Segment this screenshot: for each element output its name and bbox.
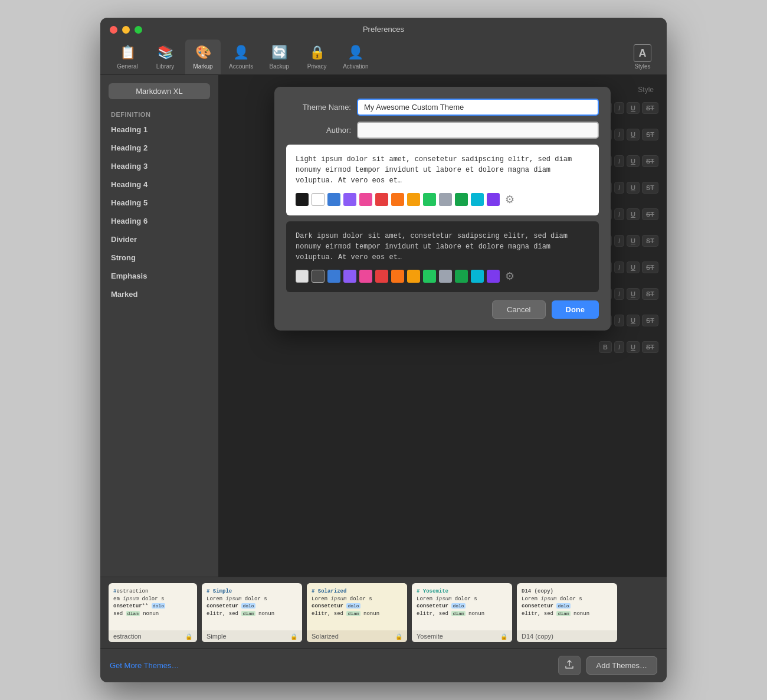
get-more-themes-link[interactable]: Get More Themes… <box>110 661 179 670</box>
backup-icon: 🔄 <box>270 43 289 62</box>
dark-color-swatch-12[interactable] <box>487 270 500 283</box>
dark-color-swatch-5[interactable] <box>375 270 388 283</box>
right-panel: Style B I U ST B I U ST B I U <box>218 75 667 577</box>
theme-name-field: Theme Name: <box>286 99 599 116</box>
dark-color-swatch-7[interactable] <box>407 270 420 283</box>
close-button[interactable] <box>110 26 117 34</box>
toolbar-item-accounts[interactable]: 👤 Accounts <box>223 40 259 74</box>
light-gear-button[interactable]: ⚙ <box>505 193 514 206</box>
light-color-swatch-1[interactable] <box>312 193 324 206</box>
dark-color-swatch-6[interactable] <box>391 270 404 283</box>
theme-name-yosemite: Yosemite <box>417 633 443 640</box>
toolbar-right: A Styles <box>628 44 657 74</box>
author-input[interactable] <box>357 122 599 139</box>
dark-gear-button[interactable]: ⚙ <box>505 270 514 283</box>
theme-name-simple: Simple <box>206 633 227 640</box>
lock-icon-simple: 🔒 <box>290 633 297 640</box>
light-preview-box: Light ipsum dolor sit amet, consetetur s… <box>286 145 599 215</box>
footer-bar: Get More Themes… Add Themes… <box>100 648 667 682</box>
theme-card-simple[interactable]: # Simple Lorem ipsum dolor s consetetur … <box>202 583 302 642</box>
theme-hashtag-d14: D14 (copy) <box>522 588 553 594</box>
theme-card-estraction[interactable]: #estraction em ipsum dolor s onsetetur**… <box>109 583 197 642</box>
sidebar-item-heading1[interactable]: Heading 1 <box>100 120 218 139</box>
toolbar-label-privacy: Privacy <box>307 63 327 70</box>
light-color-swatch-8[interactable] <box>423 193 436 206</box>
toolbar-item-library[interactable]: 📚 Library <box>148 40 183 74</box>
toolbar-label-accounts: Accounts <box>229 63 253 70</box>
toolbar-item-backup[interactable]: 🔄 Backup <box>261 40 297 74</box>
theme-name-d14-copy: D14 (copy) <box>522 633 553 640</box>
dark-color-swatch-3[interactable] <box>343 270 356 283</box>
author-label: Author: <box>286 126 351 135</box>
maximize-button[interactable] <box>135 26 142 34</box>
light-color-swatch-6[interactable] <box>391 193 404 206</box>
dark-color-swatch-4[interactable] <box>359 270 372 283</box>
light-color-swatch-3[interactable] <box>343 193 356 206</box>
sidebar: Markdown XL Definition Heading 1 Heading… <box>100 75 218 577</box>
light-color-swatch-7[interactable] <box>407 193 420 206</box>
theme-card-content-yosemite: # Yosemite Lorem ipsum dolor s consetetu… <box>412 583 512 630</box>
sidebar-item-heading5[interactable]: Heading 5 <box>100 194 218 212</box>
sidebar-item-divider[interactable]: Divider <box>100 230 218 248</box>
dark-color-swatch-9[interactable] <box>439 270 452 283</box>
sidebar-item-heading2[interactable]: Heading 2 <box>100 139 218 157</box>
styles-button[interactable]: A Styles <box>628 44 657 70</box>
sidebar-item-heading3[interactable]: Heading 3 <box>100 157 218 175</box>
library-icon: 📚 <box>156 43 175 62</box>
preferences-window: Preferences 📋 General 📚 Library 🎨 Markup… <box>100 18 667 682</box>
sidebar-item-marked[interactable]: Marked <box>100 285 218 303</box>
sidebar-item-heading4[interactable]: Heading 4 <box>100 175 218 194</box>
cancel-button[interactable]: Cancel <box>492 300 545 319</box>
sidebar-item-strong[interactable]: Strong <box>100 248 218 267</box>
light-color-swatch-12[interactable] <box>487 193 500 206</box>
dark-color-swatch-0[interactable] <box>296 270 309 283</box>
modal-buttons: Cancel Done <box>286 300 599 319</box>
lock-icon-solarized: 🔒 <box>395 633 402 640</box>
toolbar-label-library: Library <box>156 63 175 70</box>
lock-icon-yosemite: 🔒 <box>500 633 507 640</box>
share-icon <box>565 660 574 669</box>
dark-color-swatch-1[interactable] <box>312 270 324 283</box>
dark-color-palette: ⚙ <box>296 270 589 283</box>
dark-color-swatch-11[interactable] <box>471 270 484 283</box>
theme-card-d14-copy[interactable]: D14 (copy) Lorem ipsum dolor s consetetu… <box>517 583 617 642</box>
sidebar-item-emphasis[interactable]: Emphasis <box>100 267 218 285</box>
light-preview-text: Light ipsum dolor sit amet, consetetur s… <box>296 154 589 186</box>
privacy-icon: 🔒 <box>307 43 326 62</box>
light-color-swatch-2[interactable] <box>327 193 340 206</box>
toolbar-item-privacy[interactable]: 🔒 Privacy <box>299 40 335 74</box>
dark-preview-box: Dark ipsum dolor sit amet, consetetur sa… <box>286 221 599 292</box>
theme-card-footer-solarized: Solarized 🔒 <box>307 630 407 642</box>
light-color-swatch-9[interactable] <box>439 193 452 206</box>
lock-icon-estraction: 🔒 <box>185 633 192 640</box>
modal-dialog: Theme Name: Author: Light ipsum dolor si… <box>274 87 611 331</box>
markdown-xl-button[interactable]: Markdown XL <box>109 83 210 99</box>
theme-card-footer-simple: Simple 🔒 <box>202 630 302 642</box>
minimize-button[interactable] <box>122 26 130 34</box>
toolbar-item-activation[interactable]: 👤 Activation <box>337 40 374 74</box>
dark-color-swatch-8[interactable] <box>423 270 436 283</box>
light-color-swatch-11[interactable] <box>471 193 484 206</box>
theme-card-content-estraction: #estraction em ipsum dolor s onsetetur**… <box>109 583 197 630</box>
toolbar-item-markup[interactable]: 🎨 Markup <box>185 40 221 74</box>
theme-card-yosemite[interactable]: # Yosemite Lorem ipsum dolor s consetetu… <box>412 583 512 642</box>
toolbar-item-general[interactable]: 📋 General <box>110 40 145 74</box>
share-button[interactable] <box>558 656 581 675</box>
main-content: Markdown XL Definition Heading 1 Heading… <box>100 75 667 577</box>
done-button[interactable]: Done <box>552 300 599 319</box>
light-color-swatch-10[interactable] <box>455 193 468 206</box>
light-color-swatch-0[interactable] <box>296 193 309 206</box>
theme-name-input[interactable] <box>357 99 599 116</box>
dark-color-swatch-2[interactable] <box>327 270 340 283</box>
dark-color-swatch-10[interactable] <box>455 270 468 283</box>
modal-overlay: Theme Name: Author: Light ipsum dolor si… <box>218 75 667 577</box>
titlebar: Preferences <box>100 18 667 40</box>
theme-card-solarized[interactable]: # Solarized Lorem ipsum dolor s consetet… <box>307 583 407 642</box>
toolbar-label-general: General <box>117 63 138 70</box>
sidebar-item-heading6[interactable]: Heading 6 <box>100 212 218 230</box>
accounts-icon: 👤 <box>232 43 251 62</box>
light-color-swatch-4[interactable] <box>359 193 372 206</box>
light-color-swatch-5[interactable] <box>375 193 388 206</box>
add-themes-button[interactable]: Add Themes… <box>586 656 657 675</box>
styles-icon: A <box>634 44 651 62</box>
